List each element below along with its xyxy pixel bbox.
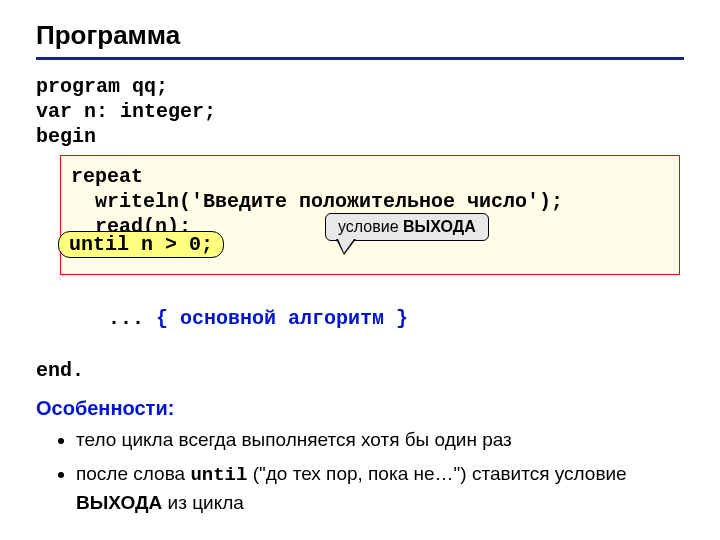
feature-item-2-code: until xyxy=(190,464,247,486)
page-title: Программа xyxy=(36,20,684,51)
code-after-box-prefix: ... xyxy=(108,307,156,330)
until-highlight: until n > 0; xyxy=(58,231,224,258)
feature-item-2-p2: ("до тех пор, пока не…") ставится услови… xyxy=(247,463,626,484)
code-line-3: begin xyxy=(36,124,684,149)
code-line-1: program qq; xyxy=(36,74,684,99)
feature-item-2: после слова until ("до тех пор, пока не…… xyxy=(76,460,684,517)
feature-item-2-bold: ВЫХОДА xyxy=(76,492,162,513)
code-comment: { основной алгоритм } xyxy=(156,307,408,330)
code-box-line-2: writeln('Введите положительное число'); xyxy=(71,189,669,214)
feature-item-1: тело цикла всегда выполняется хотя бы од… xyxy=(76,426,684,454)
code-line-2: var n: integer; xyxy=(36,99,684,124)
code-block-wrap: repeat writeln('Введите положительное чи… xyxy=(60,155,684,275)
feature-item-2-p3: из цикла xyxy=(162,492,244,513)
code-end: end. xyxy=(36,358,684,383)
feature-item-2-p1: после слова xyxy=(76,463,190,484)
code-after-box: ... { основной алгоритм } xyxy=(60,281,684,356)
callout-exit-condition: условие ВЫХОДА xyxy=(325,213,489,241)
callout-text-prefix: условие xyxy=(338,218,403,235)
features-list: тело цикла всегда выполняется хотя бы од… xyxy=(36,426,684,517)
title-rule xyxy=(36,57,684,60)
features-heading: Особенности: xyxy=(36,397,684,420)
code-box-line-1: repeat xyxy=(71,164,669,189)
callout-tail xyxy=(338,239,354,253)
callout-text-bold: ВЫХОДА xyxy=(403,218,476,235)
